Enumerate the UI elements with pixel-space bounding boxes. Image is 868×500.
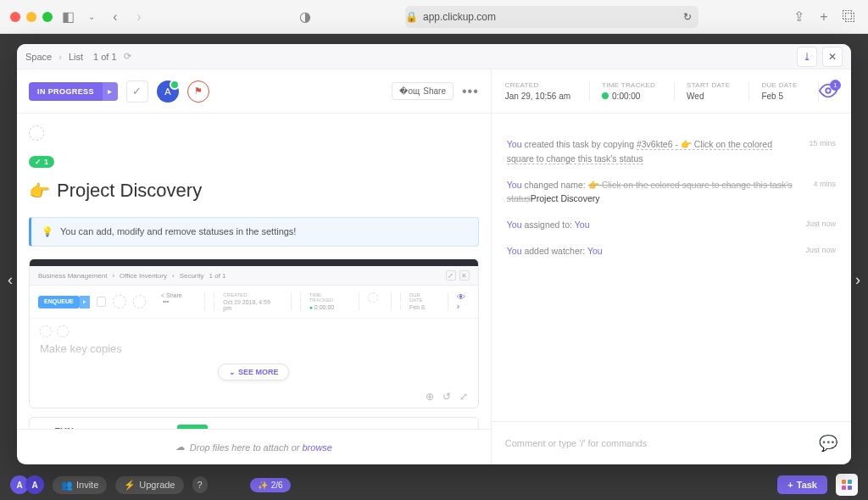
task-emoji: 👉: [29, 181, 50, 201]
assignee-avatar[interactable]: A: [157, 81, 179, 103]
subtask-badge[interactable]: 1: [29, 156, 54, 168]
embedded-screenshot: Business Management› Office Inventory› S…: [29, 258, 479, 408]
refresh-icon[interactable]: ⟳: [124, 51, 131, 62]
nav-forward-icon[interactable]: ›: [131, 8, 147, 25]
info-banner: 💡 You can add, modify and remove statuse…: [29, 217, 479, 247]
activity-feed: You created this task by copying #3v6kte…: [492, 114, 851, 421]
collapse-button[interactable]: ⤓: [797, 47, 817, 67]
activity-item: You added watcher: You Just now: [507, 244, 836, 258]
modal-header: Space › List 1 of 1 ⟳ ⤓ ✕: [17, 44, 851, 69]
task-meta-bar: CREATEDJan 29, 10:56 am TIME TRACKED0:00…: [492, 69, 851, 114]
activity-item: You assigned to: You Just now: [507, 218, 836, 232]
user-avatar-2[interactable]: A: [25, 475, 44, 494]
priority-flag-button[interactable]: ⚑: [187, 81, 209, 103]
more-menu-button[interactable]: •••: [462, 84, 479, 99]
new-tab-icon[interactable]: +: [815, 8, 832, 25]
window-controls: [10, 12, 53, 22]
embed-bc-1: Business Management: [38, 272, 107, 280]
sprint-points-icon[interactable]: [29, 125, 44, 141]
help-button[interactable]: ?: [192, 476, 208, 493]
prev-task-arrow[interactable]: ‹: [2, 267, 19, 292]
embed-bc-3: Security: [180, 272, 204, 280]
cloud-upload-icon: ☁: [175, 442, 185, 453]
refresh-icon[interactable]: ↻: [683, 11, 692, 23]
activity-item: You changed name: 👉 Click on the colored…: [507, 178, 836, 207]
status-next-button[interactable]: ▸: [103, 82, 118, 101]
new-task-button[interactable]: + Task: [777, 475, 827, 494]
custom-field-row[interactable]: FUN HIGH: [29, 417, 479, 429]
activity-time: Just now: [805, 218, 836, 232]
embed-fullscreen-icon[interactable]: ⤢: [459, 391, 468, 403]
onboarding-progress[interactable]: ✨ 2/6: [250, 478, 291, 492]
meta-start-date[interactable]: START DATEWed: [674, 81, 730, 101]
embed-bc-2: Office Inventory: [120, 272, 167, 280]
comment-placeholder: Comment or type '/' for commands: [505, 438, 647, 448]
app-bottom-bar: A A 👥Invite ⚡Upgrade ? ✨ 2/6 + Task: [0, 469, 868, 500]
task-detail-pane: IN PROGRESS ▸ ✓ A ⚑ �ощShare ••• 1 👉 Pro…: [17, 69, 492, 464]
lock-icon: 🔒: [405, 11, 418, 23]
task-title[interactable]: Project Discovery: [57, 180, 202, 202]
share-icon[interactable]: ⇪: [790, 8, 807, 25]
embed-download-icon[interactable]: ⊕: [426, 391, 434, 403]
meta-created: CREATEDJan 29, 10:56 am: [505, 81, 570, 101]
activity-pane: CREATEDJan 29, 10:56 am TIME TRACKED0:00…: [492, 69, 851, 464]
chevron-right-icon: ›: [58, 52, 62, 62]
close-window[interactable]: [10, 12, 20, 22]
tabs-icon[interactable]: ⿻: [841, 8, 858, 25]
breadcrumb-space[interactable]: Space: [25, 52, 52, 62]
svg-point-0: [826, 88, 831, 93]
comment-input[interactable]: Comment or type '/' for commands 💬: [492, 421, 851, 464]
embed-avatar-icon: [113, 295, 125, 308]
maximize-window[interactable]: [42, 12, 53, 22]
activity-time: Just now: [805, 244, 836, 258]
embed-bc-4: 1 of 1: [209, 272, 226, 280]
sidebar-toggle-icon[interactable]: ◧: [59, 8, 76, 25]
send-icon[interactable]: 💬: [819, 434, 837, 453]
close-modal-button[interactable]: ✕: [822, 47, 843, 67]
minimize-window[interactable]: [26, 12, 36, 22]
activity-time: 15 mins: [809, 137, 836, 166]
address-bar[interactable]: 🔒 app.clickup.com ↻: [405, 6, 698, 28]
share-icon: �ощ: [399, 86, 420, 96]
embed-history-icon[interactable]: ↺: [442, 391, 451, 403]
invite-button[interactable]: 👥Invite: [53, 476, 107, 494]
browser-chrome: ◧ ⌄ ‹ › ◑ 🔒 app.clickup.com ↻ ⇪ + ⿻: [0, 0, 868, 34]
shield-icon[interactable]: ◑: [297, 8, 314, 25]
url-text: app.clickup.com: [423, 11, 496, 23]
embed-flag-icon: [133, 295, 146, 308]
status-label: IN PROGRESS: [29, 82, 103, 101]
embed-expand-icon: ⤢: [446, 270, 456, 281]
dropdown-icon[interactable]: ⌄: [83, 8, 100, 25]
watchers-button[interactable]: 1: [818, 81, 837, 102]
embed-check-icon: [97, 297, 107, 307]
apps-button[interactable]: [836, 474, 858, 496]
watch-count: 1: [830, 80, 841, 91]
nav-back-icon[interactable]: ‹: [107, 8, 124, 25]
status-button[interactable]: IN PROGRESS ▸: [29, 82, 118, 101]
embed-status: ENQUEUE: [38, 296, 80, 308]
next-task-arrow[interactable]: ›: [849, 267, 866, 292]
embed-close-icon: ✕: [459, 270, 470, 281]
meta-time-tracked[interactable]: TIME TRACKED0:00:00: [589, 81, 655, 101]
browse-link[interactable]: browse: [302, 442, 331, 453]
lightbulb-icon: 💡: [42, 226, 53, 237]
activity-item: You created this task by copying #3v6kte…: [507, 137, 836, 166]
complete-check-button[interactable]: ✓: [126, 81, 148, 103]
breadcrumb-list[interactable]: List: [69, 52, 83, 62]
see-more-button[interactable]: ⌄ SEE MORE: [218, 364, 289, 381]
breadcrumb-count: 1 of 1: [93, 52, 117, 62]
activity-time: 4 mins: [813, 178, 836, 207]
attachment-dropzone[interactable]: ☁ Drop files here to attach or browse: [17, 429, 491, 464]
task-modal: Space › List 1 of 1 ⟳ ⤓ ✕ IN PROGRESS ▸ …: [17, 44, 851, 464]
share-button[interactable]: �ощShare: [392, 82, 453, 100]
upgrade-button[interactable]: ⚡Upgrade: [115, 476, 183, 494]
banner-text: You can add, modify and remove statuses …: [60, 226, 296, 237]
meta-due-date[interactable]: DUE DATEFeb 5: [748, 81, 797, 101]
task-toolbar: IN PROGRESS ▸ ✓ A ⚑ �ощShare •••: [17, 69, 491, 114]
